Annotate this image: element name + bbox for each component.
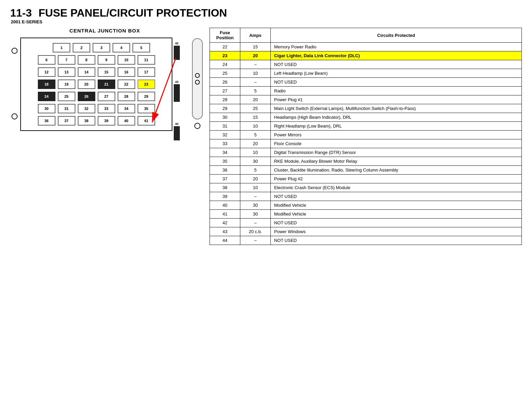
fuse-37: 37	[58, 116, 75, 126]
table-row: 31	[210, 122, 240, 131]
fuse-diagram: CENTRAL JUNCTION BOX 1 2 3 4 5	[10, 28, 199, 245]
table-amps: 10	[240, 69, 271, 78]
table-row: 41	[210, 210, 240, 219]
table-amps: 20	[240, 139, 271, 148]
table-row: 28	[210, 95, 240, 104]
table-circuit: Power Windows	[271, 227, 522, 236]
table-amps: 15	[240, 113, 271, 122]
table-row: 25	[210, 69, 240, 78]
relay-43	[174, 84, 180, 102]
table-circuit: Digital Transmission Range (DTR) Sensor	[271, 148, 522, 157]
fuse-7: 7	[58, 55, 75, 65]
table-circuit: Electronic Crash Sensor (ECS) Module	[271, 183, 522, 192]
table-circuit: Left Headlamp (Low Beam)	[271, 69, 522, 78]
section-number: 11-3	[10, 7, 32, 19]
relay-44-label: 44	[175, 122, 178, 126]
table-amps: 30	[240, 210, 271, 219]
fuse-13: 13	[58, 67, 75, 77]
page-title: FUSE PANEL/CIRCUIT PROTECTION	[39, 7, 227, 19]
fuse-39: 39	[98, 116, 115, 126]
fuse-3: 3	[93, 43, 110, 52]
fuse-28: 28	[118, 92, 135, 101]
left-circle-bottom	[11, 113, 18, 119]
table-row: 39	[210, 192, 240, 201]
fuse-29: 29	[138, 92, 155, 101]
fuse-table-section: FusePosition Amps Circuits Protected 221…	[210, 28, 522, 245]
table-row: 24	[210, 60, 240, 69]
fuse-33: 33	[98, 104, 115, 113]
table-amps: –	[240, 192, 271, 201]
header-position: FusePosition	[210, 28, 240, 43]
fuse-22: 22	[118, 80, 135, 89]
diagram-title: CENTRAL JUNCTION BOX	[10, 28, 199, 33]
table-circuit: Cigar Lighter, Data Link Connector (DLC)	[271, 51, 522, 60]
fuse-5: 5	[132, 43, 150, 52]
table-amps: 30	[240, 201, 271, 210]
fuse-20: 20	[78, 80, 95, 89]
table-row: 29	[210, 104, 240, 113]
table-circuit: Modified Vehicle	[271, 210, 522, 219]
fuse-23-highlighted: 23	[138, 80, 155, 89]
table-row: 36	[210, 166, 240, 175]
page-subtitle: 2001 E-SERIES	[11, 19, 522, 24]
fuse-8: 8	[78, 55, 95, 65]
relay-42	[174, 46, 180, 60]
right-circle-bottom	[194, 123, 200, 129]
table-circuit: Power Mirrors	[271, 131, 522, 139]
table-row: 26	[210, 78, 240, 87]
table-row: 40	[210, 201, 240, 210]
fuse-31: 31	[58, 104, 75, 113]
table-circuit: Radio	[271, 87, 522, 95]
right-connector-pill	[192, 38, 203, 119]
table-amps: 10	[240, 183, 271, 192]
fuse-32: 32	[78, 104, 95, 113]
fuse-14: 14	[78, 67, 95, 77]
fuse-12: 12	[38, 67, 55, 77]
table-circuit: Memory Power Radio	[271, 43, 522, 51]
table-circuit: Power Plug #2	[271, 175, 522, 183]
table-row: 34	[210, 148, 240, 157]
table-amps: –	[240, 219, 271, 227]
table-amps: 10	[240, 122, 271, 131]
relay-43-label: 43	[175, 80, 178, 84]
table-amps: 5	[240, 131, 271, 139]
fuse-24: 24	[38, 92, 55, 101]
left-circle-top	[11, 48, 18, 54]
fuse-41: 41	[138, 116, 155, 126]
table-circuit: Modified Vehicle	[271, 201, 522, 210]
fuse-30: 30	[38, 104, 55, 113]
fuse-2: 2	[73, 43, 90, 52]
table-amps: 25	[240, 104, 271, 113]
fuse-9: 9	[98, 55, 115, 65]
fuse-25: 25	[58, 92, 75, 101]
table-amps: 20	[240, 95, 271, 104]
table-row: 30	[210, 113, 240, 122]
fuse-27: 27	[98, 92, 115, 101]
header-amps: Amps	[240, 28, 271, 43]
fuse-grid: 1 2 3 4 5 6 7 8 9 10 11	[26, 43, 167, 126]
fuse-6: 6	[38, 55, 55, 65]
table-circuit: NOT USED	[271, 236, 522, 245]
right-conn-circle-1	[195, 73, 200, 78]
fuse-11: 11	[138, 55, 155, 65]
table-row: 38	[210, 183, 240, 192]
table-amps: 10	[240, 148, 271, 157]
table-circuit: RKE Module, Auxiliary Blower Motor Relay	[271, 157, 522, 166]
fuse-1: 1	[53, 43, 70, 52]
table-amps: 15	[240, 43, 271, 51]
fuse-19: 19	[58, 80, 75, 89]
fuse-35: 35	[138, 104, 155, 113]
table-amps: –	[240, 236, 271, 245]
table-circuit: Floor Console	[271, 139, 522, 148]
table-amps: 20 c.b.	[240, 227, 271, 236]
table-circuit: Right Headlamp (Low Beam), DRL	[271, 122, 522, 131]
table-circuit: NOT USED	[271, 219, 522, 227]
table-row: 43	[210, 227, 240, 236]
fuse-26: 26	[78, 92, 95, 101]
header-circuits: Circuits Protected	[271, 28, 522, 43]
table-amps: –	[240, 60, 271, 69]
table-amps: 5	[240, 87, 271, 95]
fuse-40: 40	[118, 116, 135, 126]
relay-44	[174, 126, 180, 140]
fuse-15: 15	[98, 67, 115, 77]
